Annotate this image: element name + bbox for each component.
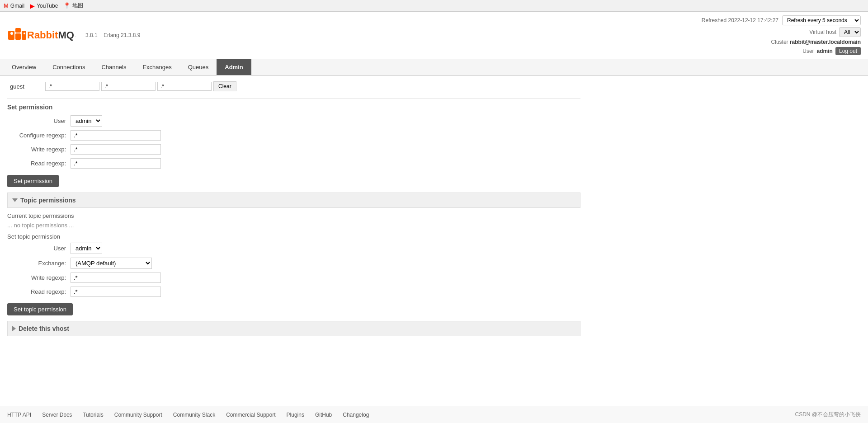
vhost-select[interactable]: All / <box>839 27 861 37</box>
guest-row: guest Clear <box>7 80 580 93</box>
nav-connections[interactable]: Connections <box>44 59 93 75</box>
set-permission-button[interactable]: Set permission <box>7 175 59 187</box>
svg-point-5 <box>24 33 25 34</box>
cluster-name: rabbit@master.localdomain <box>790 39 861 45</box>
exchange-label: Exchange: <box>7 260 71 267</box>
refreshed-label: Refreshed 2022-12-12 17:42:27 <box>702 17 778 24</box>
nav-exchanges[interactable]: Exchanges <box>134 59 179 75</box>
refresh-select[interactable]: Refresh every 5 seconds Refresh every 10… <box>782 15 861 25</box>
maps-tab[interactable]: 📍 地图 <box>63 2 83 9</box>
set-permission-user-row: User admin guest <box>7 115 580 127</box>
configure-regexp-label: Configure regexp: <box>7 132 71 139</box>
topic-permissions-header[interactable]: Topic permissions <box>7 193 580 208</box>
nav-admin[interactable]: Admin <box>217 59 251 75</box>
nav-queues[interactable]: Queues <box>180 59 217 75</box>
maps-icon: 📍 <box>63 2 71 9</box>
youtube-label: YouTube <box>37 3 58 9</box>
svg-rect-2 <box>15 33 21 40</box>
configure-regexp-input[interactable] <box>71 130 161 141</box>
top-bar: RabbitMQ. 3.8.1 Erlang 21.3.8.9 Refreshe… <box>0 12 868 59</box>
logo-mq: MQ <box>58 29 74 41</box>
gmail-icon: M <box>4 2 9 9</box>
topic-read-input[interactable] <box>71 287 161 297</box>
browser-tabs: M Gmail ▶ YouTube 📍 地图 <box>0 0 868 12</box>
gmail-label: Gmail <box>10 3 24 9</box>
read-regexp-input[interactable] <box>71 158 161 169</box>
delete-vhost-title: Delete this vhost <box>19 325 69 332</box>
write-regexp-row: Write regexp: <box>7 144 580 155</box>
divider-1 <box>7 99 580 99</box>
main-content: guest Clear Set permission User admin gu… <box>0 76 588 344</box>
topic-permissions-title: Topic permissions <box>20 197 76 204</box>
delete-vhost-header[interactable]: Delete this vhost <box>7 321 580 336</box>
nav-bar: Overview Connections Channels Exchanges … <box>0 59 868 76</box>
no-topic-permissions: ... no topic permissions ... <box>7 222 580 229</box>
cluster-row: Cluster rabbit@master.localdomain <box>771 39 861 45</box>
read-regexp-label: Read regexp: <box>7 160 71 167</box>
logout-button[interactable]: Log out <box>835 47 861 55</box>
clear-button[interactable]: Clear <box>213 81 236 91</box>
svg-rect-3 <box>22 31 26 40</box>
logo-rabbit: Rabbit <box>27 29 58 41</box>
write-regexp-label: Write regexp: <box>7 146 71 153</box>
rabbitmq-logo: RabbitMQ. <box>7 27 76 43</box>
set-topic-permission-title: Set topic permission <box>7 233 580 240</box>
user-name: admin <box>817 48 833 54</box>
topic-write-input[interactable] <box>71 273 161 283</box>
configure-regexp-row: Configure regexp: <box>7 130 580 141</box>
topic-user-row: User admin guest <box>7 243 580 254</box>
refresh-row: Refreshed 2022-12-12 17:42:27 Refresh ev… <box>702 15 861 25</box>
set-topic-permission-button[interactable]: Set topic permission <box>7 303 73 315</box>
youtube-icon: ▶ <box>30 2 35 9</box>
write-regexp-input[interactable] <box>71 144 161 155</box>
vhost-row: Virtual host All / <box>809 27 861 37</box>
current-topic-permissions-title: Current topic permissions <box>7 212 580 219</box>
youtube-tab[interactable]: ▶ YouTube <box>30 2 58 9</box>
set-permission-title: Set permission <box>7 103 580 111</box>
exchange-row: Exchange: (AMQP default) <box>7 258 580 269</box>
topic-read-row: Read regexp: <box>7 287 580 297</box>
vhost-label: Virtual host <box>809 29 836 35</box>
svg-point-4 <box>10 32 13 35</box>
logo-svg <box>7 27 27 43</box>
maps-label: 地图 <box>72 2 83 9</box>
guest-user: guest <box>7 82 43 91</box>
guest-configure-input[interactable] <box>45 82 99 91</box>
guest-read-input[interactable] <box>157 82 212 91</box>
set-permission-user-label: User <box>7 118 71 124</box>
top-right-info: Refreshed 2022-12-12 17:42:27 Refresh ev… <box>702 15 861 55</box>
version-info: 3.8.1 Erlang 21.3.8.9 <box>85 32 140 38</box>
read-regexp-row: Read regexp: <box>7 158 580 169</box>
topic-write-row: Write regexp: <box>7 273 580 283</box>
guest-write-input[interactable] <box>101 82 156 91</box>
collapse-icon <box>12 198 18 202</box>
set-permission-user-select[interactable]: admin guest <box>71 115 102 127</box>
gmail-tab[interactable]: M Gmail <box>4 2 24 9</box>
expand-icon <box>12 326 16 331</box>
topic-user-select[interactable]: admin guest <box>71 243 102 254</box>
nav-overview[interactable]: Overview <box>4 59 44 75</box>
user-row: User admin Log out <box>802 47 861 55</box>
svg-rect-1 <box>15 28 21 33</box>
svg-rect-0 <box>8 31 14 40</box>
topic-user-label: User <box>7 245 71 252</box>
exchange-select[interactable]: (AMQP default) <box>71 258 152 269</box>
logo-area: RabbitMQ. 3.8.1 Erlang 21.3.8.9 <box>7 27 140 43</box>
nav-channels[interactable]: Channels <box>93 59 134 75</box>
topic-write-label: Write regexp: <box>7 274 71 281</box>
topic-read-label: Read regexp: <box>7 288 71 295</box>
